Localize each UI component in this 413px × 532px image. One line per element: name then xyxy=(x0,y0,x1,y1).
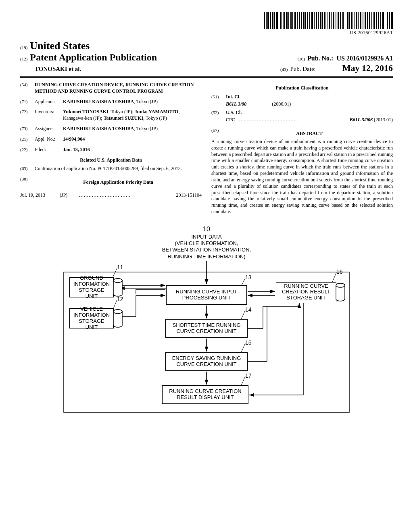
ref-13: 13 xyxy=(245,274,252,281)
pubno-label: Pub. No.: xyxy=(307,55,333,62)
svg-rect-28 xyxy=(322,12,323,29)
applno-label: Appl. No.: xyxy=(35,136,63,143)
svg-rect-45 xyxy=(360,12,361,29)
svg-rect-58 xyxy=(389,12,390,29)
svg-rect-43 xyxy=(356,12,357,29)
box-result-display: RUNNING CURVE CREATION RESULT DISPLAY UN… xyxy=(162,385,248,404)
svg-rect-26 xyxy=(318,12,319,29)
svg-rect-36 xyxy=(340,12,341,29)
svg-rect-53 xyxy=(378,12,379,29)
svg-rect-32 xyxy=(331,12,332,29)
svg-rect-17 xyxy=(299,12,300,29)
bibliographic-columns: (54) RUNNING CURVE CREATION DEVICE, RUNN… xyxy=(20,82,393,215)
svg-rect-25 xyxy=(316,12,317,29)
svg-rect-11 xyxy=(286,12,288,29)
svg-rect-54 xyxy=(380,12,381,29)
code-10: (10) xyxy=(298,56,305,61)
publication-type: Patent Application Publication xyxy=(30,52,157,63)
intcl-label: Int. Cl. xyxy=(226,94,240,100)
svg-rect-42 xyxy=(354,12,355,29)
code-43: (43) xyxy=(280,67,288,72)
code-19: (19) xyxy=(20,45,27,50)
svg-point-90 xyxy=(113,278,122,283)
svg-rect-56 xyxy=(385,12,385,29)
applicant-label: Applicant: xyxy=(35,99,63,105)
priority-dots: ................................ xyxy=(79,192,173,199)
svg-rect-38 xyxy=(345,12,345,29)
svg-rect-7 xyxy=(279,12,279,29)
svg-rect-41 xyxy=(351,12,353,29)
box-ground-info-storage: GROUND INFORMATION STORAGE UNIT xyxy=(69,277,114,297)
svg-rect-33 xyxy=(333,12,334,29)
intcl-symbol: B61L 3/00 xyxy=(226,101,246,107)
code-72: (72) xyxy=(20,109,35,122)
pub-classification-heading: Publication Classification xyxy=(211,85,393,91)
svg-rect-44 xyxy=(358,12,359,29)
cpc-label: CPC xyxy=(226,117,235,123)
svg-rect-0 xyxy=(264,12,265,29)
svg-rect-12 xyxy=(288,12,289,29)
cpc-value: B61L 3/006 xyxy=(350,117,373,123)
svg-rect-21 xyxy=(307,12,308,29)
svg-rect-8 xyxy=(280,12,282,29)
country-name: United States xyxy=(30,40,90,52)
inventor-1-loc: , Tokyo (JP); xyxy=(108,109,135,114)
barcode-image xyxy=(264,12,393,29)
svg-rect-35 xyxy=(338,12,339,29)
inventor-3-loc: , Tokyo (JP) xyxy=(143,115,167,121)
priority-number: 2013-151104 xyxy=(176,192,202,199)
abstract-heading: ABSTRACT xyxy=(226,131,393,137)
svg-rect-16 xyxy=(297,12,298,29)
priority-date: Jul. 19, 2013 xyxy=(20,192,56,199)
svg-rect-13 xyxy=(290,12,292,29)
code-22: (22) xyxy=(20,147,35,153)
svg-line-65 xyxy=(241,310,245,319)
box-vehicle-info-storage: VEHICLE INFORMATION STORAGE UNIT xyxy=(69,308,114,328)
ref-15: 15 xyxy=(245,339,252,346)
applicant-loc: , Tokyo (JP) xyxy=(134,99,158,104)
figure-diagram: 10 INPUT DATA (VEHICLE INFORMATION, BETW… xyxy=(61,226,352,419)
code-57: (57) xyxy=(211,127,226,139)
inventor-1-name: Yukinori TONOSAKI xyxy=(63,109,108,114)
pubdate-value: May 12, 2016 xyxy=(318,63,393,73)
ref-12: 12 xyxy=(117,296,123,302)
svg-line-67 xyxy=(332,272,336,282)
svg-rect-19 xyxy=(303,12,305,29)
svg-rect-3 xyxy=(270,12,271,29)
box-input-processing: RUNNING CURVE INPUT PROCESSING UNIT xyxy=(166,285,247,305)
svg-line-68 xyxy=(241,376,245,385)
box-shortest-time-curve: SHORTEST TIME RUNNING CURVE CREATION UNI… xyxy=(165,319,248,338)
cylinder-icon-16 xyxy=(336,283,345,301)
svg-rect-14 xyxy=(292,12,293,29)
svg-rect-30 xyxy=(327,12,327,29)
ref-16: 16 xyxy=(336,268,343,275)
svg-rect-50 xyxy=(371,12,372,29)
code-63: (63) xyxy=(20,166,35,172)
intcl-version: (2006.01) xyxy=(248,101,291,107)
svg-rect-29 xyxy=(324,12,325,29)
inventor-2-name: Junko YAMAMOTO xyxy=(135,109,179,114)
svg-rect-6 xyxy=(276,12,278,29)
ref-11: 11 xyxy=(117,264,123,270)
code-30: (30) xyxy=(20,176,35,188)
svg-rect-49 xyxy=(369,12,370,29)
assignee-name: KABUSHIKI KAISHA TOSHIBA xyxy=(63,126,134,131)
cpc-version: (2013.01) xyxy=(373,117,393,123)
header-rule-thin xyxy=(20,77,393,78)
svg-rect-46 xyxy=(363,12,363,29)
code-51: (51) xyxy=(211,94,226,100)
box-energy-saving-curve: ENERGY SAVING RUNNING CURVE CREATION UNI… xyxy=(165,352,248,371)
ref-14: 14 xyxy=(245,306,252,313)
pubdate-label: Pub. Date: xyxy=(290,66,315,73)
cylinder-icon-12 xyxy=(113,309,123,328)
publication-header: (19) United States (12) Patent Applicati… xyxy=(20,40,393,73)
svg-rect-18 xyxy=(301,12,302,29)
continuation-text: Continuation of application No. PCT/JP20… xyxy=(35,166,202,172)
svg-rect-15 xyxy=(294,12,296,29)
svg-rect-59 xyxy=(391,12,393,29)
svg-rect-23 xyxy=(311,12,313,29)
filed-value: Jan. 13, 2016 xyxy=(63,147,90,152)
filed-label: Filed: xyxy=(35,147,63,153)
svg-rect-34 xyxy=(336,12,336,29)
svg-rect-47 xyxy=(365,12,366,29)
